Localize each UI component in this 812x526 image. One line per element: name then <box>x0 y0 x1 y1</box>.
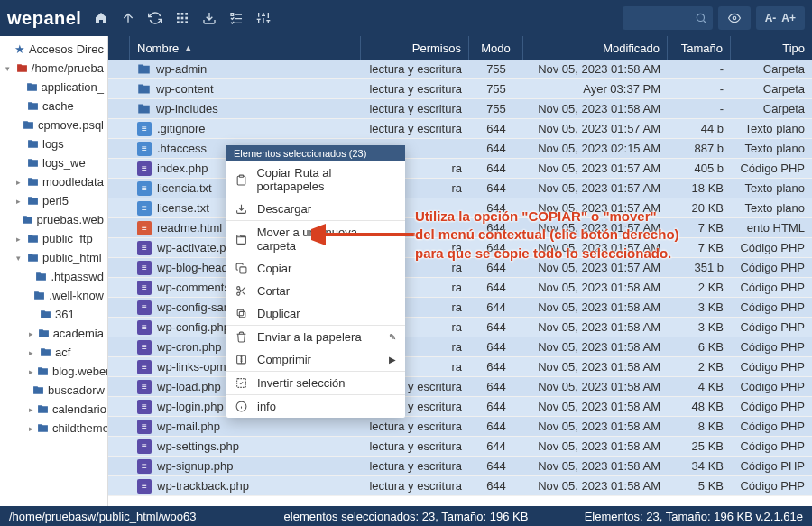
file-modified: Nov 05. 2023 01:58 AM <box>538 479 660 493</box>
table-row[interactable]: ≡.gitignorelectura y escritura644Nov 05,… <box>108 119 812 139</box>
file-type: Código PHP <box>740 400 805 413</box>
sidebar-item[interactable]: pruebas.web <box>0 210 107 229</box>
grid-icon[interactable] <box>170 5 195 31</box>
sidebar-item-label: .htpasswd <box>51 270 104 283</box>
home-icon[interactable] <box>88 5 114 31</box>
context-menu-item[interactable]: Duplicar <box>226 302 405 325</box>
sidebar-item[interactable]: ▾/home/prueba <box>0 59 107 78</box>
file-size: 3 KB <box>698 300 724 314</box>
context-menu-label: Invertir selección <box>257 376 346 390</box>
column-size[interactable]: Tamaño <box>668 36 731 60</box>
sidebar-item[interactable]: ▾public_html <box>0 248 107 267</box>
folder-icon <box>22 214 33 226</box>
table-row[interactable]: ≡wp-load.phplectura y escritura644Nov 05… <box>108 377 812 397</box>
sidebar-item[interactable]: cache <box>0 97 107 115</box>
submenu-arrow-icon: ▶ <box>389 355 396 365</box>
folder-icon <box>27 157 39 169</box>
eye-icon[interactable] <box>725 12 743 24</box>
file-type: ento HTML <box>747 221 805 235</box>
context-menu-item[interactable]: info <box>226 394 405 418</box>
up-icon[interactable] <box>115 5 141 31</box>
table-row[interactable]: ≡wp-cron.phpra644Nov 05, 2023 01:58 AM6 … <box>108 337 812 357</box>
file-type: Texto plano <box>745 142 806 155</box>
font-minus-button[interactable]: A- <box>763 12 779 24</box>
context-menu: Elementos seleccionados (23) Copiar Ruta… <box>226 145 405 418</box>
file-size: 351 b <box>694 261 724 274</box>
sidebar-item[interactable]: ★Accesos Direc <box>0 40 107 59</box>
table-row[interactable]: ≡.htaccess644Nov 05, 2023 02:15 AM887 bT… <box>108 139 812 159</box>
sidebar-item[interactable]: ▸academia <box>0 324 107 343</box>
file-mode: 644 <box>486 340 506 354</box>
sidebar-item[interactable]: ▸perl5 <box>0 191 107 210</box>
column-type[interactable]: Tipo <box>731 36 812 60</box>
table-row[interactable]: ≡wp-settings.phplectura y escritura644No… <box>108 437 812 457</box>
file-type: Código PHP <box>740 241 805 254</box>
table-row[interactable]: ≡wp-config-sample.ra644Nov 05, 2023 01:5… <box>108 298 812 318</box>
sidebar-item[interactable]: ▸calendario <box>0 400 107 419</box>
context-menu-item[interactable]: Enviar a la papelera✎ <box>226 325 405 348</box>
file-modified: Nov 05, 2023 01:57 AM <box>538 201 660 215</box>
table-row[interactable]: ≡index.phpra644Nov 05, 2023 01:57 AM405 … <box>108 159 812 179</box>
font-plus-button[interactable]: A+ <box>780 12 798 24</box>
file-size: - <box>720 102 724 115</box>
sidebar-item[interactable]: ▸childtheme <box>0 419 107 438</box>
table-row[interactable]: wp-includeslectura y escritura755Nov 05,… <box>108 99 812 119</box>
context-menu-item[interactable]: Comprimir▶ <box>226 348 405 371</box>
context-menu-item[interactable]: Descargar <box>226 198 405 220</box>
file-icon: ≡ <box>137 201 152 216</box>
sidebar-item[interactable]: ▸moodledata <box>0 172 107 191</box>
sidebar-item[interactable]: logs_we <box>0 153 107 172</box>
sidebar-item[interactable]: 361 <box>0 305 107 324</box>
file-type: Código PHP <box>740 459 805 473</box>
download-icon[interactable] <box>197 5 222 31</box>
file-mode: 644 <box>486 281 506 294</box>
search-input[interactable] <box>623 6 713 30</box>
context-menu-item[interactable]: Mover a una nueva carpeta <box>226 220 405 257</box>
table-row[interactable]: ≡wp-signup.phplectura y escritura644Nov … <box>108 457 812 476</box>
sidebar-item[interactable]: application_ <box>0 78 107 97</box>
table-row[interactable]: wp-adminlectura y escritura755Nov 05, 20… <box>108 60 812 79</box>
sidebar-item[interactable]: ▸acf <box>0 343 107 362</box>
file-icon: ≡ <box>137 122 152 136</box>
sidebar-item[interactable]: ▸public_ftp <box>0 229 107 248</box>
file-mode: 644 <box>486 241 506 254</box>
sliders-icon[interactable] <box>251 5 276 31</box>
sidebar-item[interactable]: .htpasswd <box>0 267 107 286</box>
table-row[interactable]: ≡wp-trackback.phplectura y escritura644N… <box>108 476 812 496</box>
checklist-icon[interactable] <box>224 5 249 31</box>
file-icon: ≡ <box>137 439 152 454</box>
table-row[interactable]: ≡license.txt644Nov 05, 2023 01:57 AM20 K… <box>108 198 812 218</box>
sidebar-item[interactable]: logs <box>0 134 107 153</box>
table-row[interactable]: ≡wp-config.phpra644Nov 05, 2023 01:58 AM… <box>108 318 812 337</box>
column-permissions[interactable]: Permisos <box>361 36 469 60</box>
context-menu-item[interactable]: Copiar Ruta al portapapeles <box>226 161 405 198</box>
table-row[interactable]: ≡readme.html644Nov 05, 2023 01:57 AM7 KB… <box>108 218 812 238</box>
file-name: readme.html <box>157 221 222 235</box>
table-row[interactable]: ≡wp-login.phplectura y escritura644Nov 0… <box>108 397 812 417</box>
table-row[interactable]: wp-contentlectura y escritura755Ayer 03:… <box>108 79 812 99</box>
file-perm: ra <box>451 320 462 334</box>
file-name: wp-login.php <box>157 400 224 413</box>
font-size-control[interactable]: A- A+ <box>756 6 805 30</box>
file-modified: Nov 05, 2023 01:58 AM <box>538 420 660 433</box>
sidebar-item[interactable]: ▸blog.weber <box>0 362 107 381</box>
context-menu-item[interactable]: Cortar <box>226 280 405 302</box>
file-name: wp-includes <box>156 102 218 115</box>
table-row[interactable]: ≡licencia.txtra644Nov 05, 2023 01:57 AM1… <box>108 179 812 198</box>
sidebar-item[interactable]: .well-know <box>0 286 107 305</box>
table-row[interactable]: ≡wp-mail.phplectura y escritura644Nov 05… <box>108 417 812 437</box>
checkbox-header[interactable] <box>108 36 130 60</box>
sidebar-item[interactable]: buscadorw <box>0 381 107 400</box>
table-row[interactable]: ≡wp-activate.phpra644Nov 05, 2023 01:57 … <box>108 238 812 258</box>
table-row[interactable]: ≡wp-comments-posra644Nov 05, 2023 01:58 … <box>108 278 812 298</box>
refresh-icon[interactable] <box>143 5 168 31</box>
table-row[interactable]: ≡wp-blog-header.phra644Nov 05, 2023 01:5… <box>108 258 812 278</box>
view-toggle[interactable] <box>718 6 751 30</box>
table-row[interactable]: ≡wp-links-opml.phpra644Nov 05, 2023 01:5… <box>108 357 812 377</box>
context-menu-item[interactable]: Copiar <box>226 257 405 280</box>
context-menu-item[interactable]: Invertir selección <box>226 371 405 394</box>
column-name[interactable]: Nombre▲ <box>130 36 361 60</box>
column-modified[interactable]: Modificado <box>523 36 668 60</box>
column-mode[interactable]: Modo <box>469 36 523 60</box>
sidebar-item[interactable]: cpmove.psql <box>0 115 107 134</box>
